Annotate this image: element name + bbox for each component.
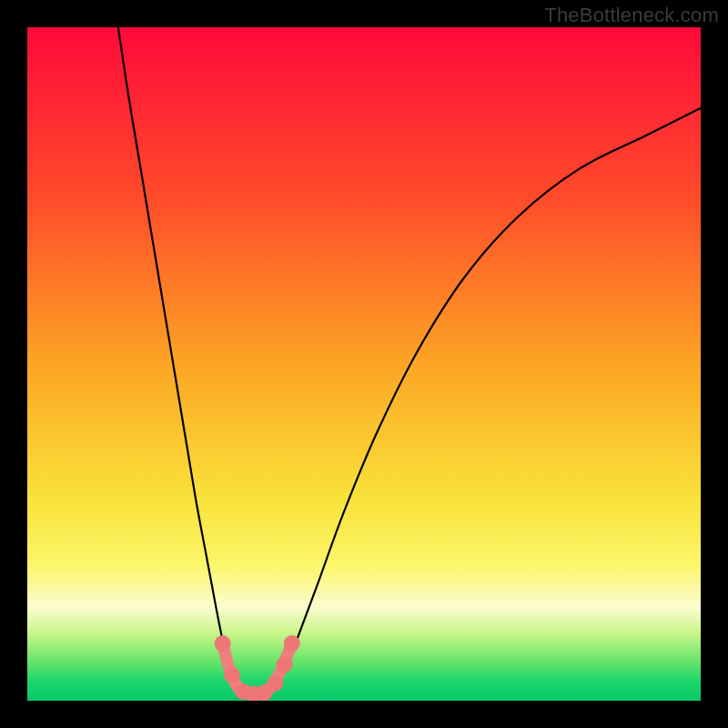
watermark-text: TheBottleneck.com — [544, 4, 719, 27]
chart-frame: TheBottleneck.com — [0, 0, 728, 728]
pink-marker — [224, 667, 240, 683]
pink-marker — [267, 675, 283, 692]
pink-marker — [215, 635, 231, 652]
bottleneck-chart — [27, 27, 701, 701]
pink-marker — [277, 656, 293, 672]
pink-marker — [284, 635, 300, 652]
chart-background — [27, 27, 701, 701]
